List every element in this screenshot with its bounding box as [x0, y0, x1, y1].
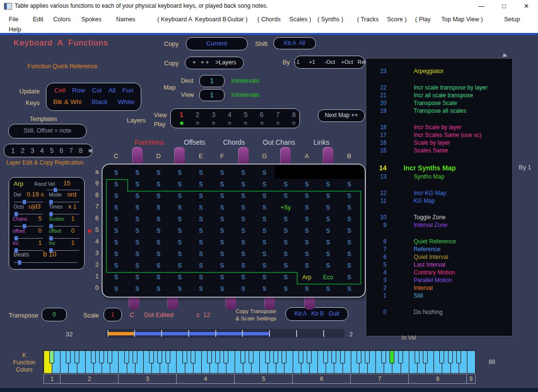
range-slider[interactable]	[105, 329, 344, 338]
mode-slider[interactable]	[49, 202, 79, 202]
chans-slider[interactable]	[14, 226, 43, 226]
function-row-5[interactable]: 5Last Interval	[366, 261, 512, 269]
layer-view-number[interactable]: 3	[209, 111, 218, 119]
piano-black-key[interactable]	[91, 350, 96, 363]
piano-black-key[interactable]	[265, 350, 270, 363]
menu-item-scales[interactable]: Scales )	[289, 16, 311, 23]
map-view-field[interactable]: 1	[199, 89, 224, 101]
piano-black-key[interactable]	[423, 350, 428, 363]
scale-field[interactable]: 1	[104, 308, 122, 321]
piano-black-key[interactable]	[224, 350, 228, 363]
range-bar-orange[interactable]	[107, 332, 134, 335]
piano-black-key[interactable]	[165, 350, 170, 363]
function-row-17[interactable]: 17Incr Scales Same (use sc)	[366, 131, 512, 139]
update-scope-fun[interactable]: Fun	[122, 87, 134, 94]
shift-target-button[interactable]: Kb A All	[273, 37, 316, 49]
copy-layers-button[interactable]: + + + >Layers	[185, 57, 244, 69]
layer-view-number[interactable]: 1	[177, 111, 186, 119]
layer-view-number[interactable]: 7	[273, 111, 283, 119]
range-bar-blue[interactable]	[134, 332, 269, 335]
function-row-18[interactable]: 18Incr Scale by layer	[366, 123, 512, 131]
update-keycolor-black[interactable]: Black	[91, 98, 107, 106]
function-row-3[interactable]: 3Parallel Motion	[366, 276, 512, 284]
piano-black-key[interactable]	[439, 350, 444, 363]
menu-item-score[interactable]: Score )	[387, 16, 406, 23]
update-scope-cell[interactable]: Cell	[54, 87, 65, 94]
templates-selector[interactable]: Still, Offset = note	[8, 124, 87, 138]
layer-view-number[interactable]: 2	[193, 111, 202, 119]
transpose-field[interactable]: 0	[42, 308, 67, 321]
function-row-4[interactable]: 4Contrary Motion	[366, 269, 512, 276]
function-row-19[interactable]: 19Transpose all scales	[366, 107, 512, 115]
layer-edit-number[interactable]: 5	[47, 147, 57, 154]
function-row-7[interactable]: 7Reference	[366, 245, 512, 253]
scales-slider[interactable]	[49, 226, 79, 226]
piano-black-key[interactable]	[240, 350, 245, 363]
layer-play-dot[interactable]	[260, 121, 264, 125]
layer-play-dot[interactable]	[244, 121, 247, 125]
tab-offsets[interactable]: Offsets	[184, 138, 205, 146]
layer-play-dot[interactable]	[228, 121, 231, 125]
update-keycolor-white[interactable]: White	[118, 98, 134, 106]
menu-item-names[interactable]: Names	[116, 16, 135, 23]
function-row-8[interactable]: 8Quiet Reference	[366, 238, 512, 245]
offset-right-slider[interactable]	[49, 238, 79, 239]
function-row-21[interactable]: 21Incr all scale transpose	[366, 91, 512, 99]
piano-white-key[interactable]	[467, 350, 476, 374]
layer-play-dot[interactable]	[292, 121, 296, 125]
function-row-15[interactable]: 15Scales Same	[366, 147, 512, 154]
layer-edit-number[interactable]: 8	[76, 147, 86, 154]
layer-edit-number[interactable]: 2	[18, 147, 28, 154]
piano-black-key[interactable]	[157, 350, 162, 363]
piano-black-key[interactable]	[389, 350, 394, 363]
map-dest-field[interactable]: 1	[199, 75, 224, 87]
piano-black-key[interactable]	[448, 350, 453, 363]
tab-out-chans[interactable]: Out Chans	[263, 138, 295, 146]
function-row-16[interactable]: 16Scale by layer	[366, 139, 512, 147]
piano-black-key[interactable]	[398, 350, 403, 363]
piano-black-key[interactable]	[107, 350, 112, 363]
menu-item-help[interactable]: Help	[9, 26, 21, 33]
layer-play-dot[interactable]	[276, 121, 280, 125]
next-map-button[interactable]: Next Map ++	[318, 109, 365, 122]
layer-view-number[interactable]: 5	[241, 111, 251, 119]
layer-play-dot[interactable]	[212, 121, 215, 125]
piano-black-key[interactable]	[381, 350, 386, 363]
layer-view-number[interactable]: 4	[225, 111, 235, 119]
tab-chords[interactable]: Chords	[223, 138, 245, 146]
menu-item-spokes[interactable]: Spokes	[81, 16, 102, 23]
menu-item-keyboard-a[interactable]: ( Keyboard A	[157, 16, 192, 23]
function-row-22[interactable]: 22Incr scale transpose by layer	[366, 84, 512, 91]
piano-black-key[interactable]	[299, 350, 303, 363]
minimize-button[interactable]: —	[474, 1, 489, 11]
layer-edit-number[interactable]: 7	[66, 147, 76, 154]
beats-slider[interactable]	[14, 262, 77, 263]
piano-black-key[interactable]	[340, 350, 345, 363]
piano-black-key[interactable]	[415, 350, 419, 363]
copy-targets-button[interactable]: Kb A Kb B Guit	[285, 307, 348, 321]
function-row-12[interactable]: 12Incr KG Map	[366, 189, 512, 197]
menu-item-synths[interactable]: ( Synths )	[317, 16, 344, 23]
function-row-1[interactable]: 1Still	[366, 292, 512, 300]
function-quick-reference-link[interactable]: Function Quick Reference	[28, 63, 98, 70]
piano-black-key[interactable]	[133, 350, 137, 363]
piano-black-key[interactable]	[215, 350, 220, 363]
menu-item-setup[interactable]: Setup	[504, 16, 520, 23]
update-scope-all[interactable]: All	[108, 87, 116, 94]
function-row-2[interactable]: 2Interval	[366, 284, 512, 292]
piano-black-key[interactable]	[273, 350, 278, 363]
piano-black-key[interactable]	[456, 350, 461, 363]
piano-black-key[interactable]	[75, 350, 79, 363]
menu-item-chords[interactable]: ( Chords	[257, 16, 281, 23]
function-row-14[interactable]: 14Incr Synths Map	[366, 163, 512, 173]
piano-black-key[interactable]	[282, 350, 286, 363]
tab-functions[interactable]: Functions	[134, 138, 164, 146]
function-row-23[interactable]: 23Arpeggiator	[366, 67, 512, 75]
menu-item-keyboard-b[interactable]: Keyboard B	[195, 16, 226, 23]
piano-black-key[interactable]	[99, 350, 104, 363]
function-row-11[interactable]: 11KG Map	[366, 197, 512, 205]
layer-edit-number[interactable]: 3	[28, 147, 37, 154]
menu-item-tracks[interactable]: ( Tracks	[357, 16, 378, 23]
function-row-9[interactable]: 9Interval Zone	[366, 221, 512, 229]
beats-slider-thumb[interactable]	[18, 260, 21, 265]
